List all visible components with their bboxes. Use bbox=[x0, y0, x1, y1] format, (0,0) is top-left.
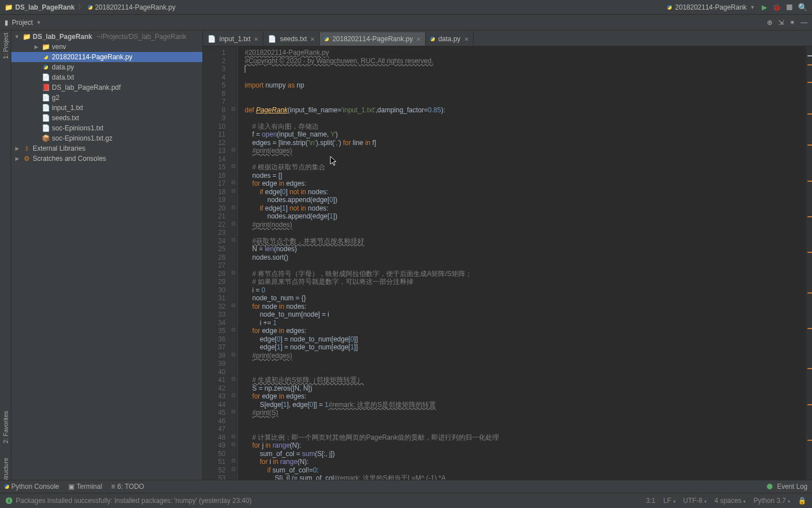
fold-marker-icon[interactable]: ⊟ bbox=[231, 392, 236, 398]
tool-favorites[interactable]: 2: Favorites bbox=[2, 411, 9, 443]
code-editor[interactable]: #2018202114-PageRank.py#Copyright © 2020… bbox=[238, 46, 805, 493]
txt-icon: 📄 bbox=[42, 104, 50, 112]
close-tab-icon[interactable]: ✕ bbox=[416, 36, 421, 42]
tree-root-path: ~/Projects/DS_lab_PageRank bbox=[96, 33, 186, 41]
txt-icon: 📄 bbox=[42, 124, 50, 132]
tool-todo[interactable]: ≡ 6: TODO bbox=[111, 483, 144, 491]
tool-terminal[interactable]: ▣ Terminal bbox=[68, 483, 102, 491]
breadcrumb-file[interactable]: 2018202114-PageRank.py bbox=[88, 3, 175, 11]
search-everywhere-button[interactable]: 🔍 bbox=[798, 3, 807, 12]
editor-tab[interactable]: 📄input_1.txt✕ bbox=[203, 32, 263, 46]
stop-button[interactable] bbox=[787, 5, 792, 10]
run-button[interactable]: ▶ bbox=[762, 3, 767, 11]
chevron-down-icon: ▾ bbox=[743, 499, 745, 504]
tree-root-label: DS_lab_PageRank bbox=[33, 33, 92, 41]
tree-item[interactable]: ▶📕DS_lab_PageRank.pdf bbox=[11, 82, 202, 93]
fold-marker-icon[interactable]: ⊟ bbox=[231, 147, 236, 152]
fold-marker-icon[interactable]: ⊟ bbox=[231, 376, 236, 382]
editor-tab[interactable]: 2018202114-PageRank.py✕ bbox=[320, 32, 426, 46]
breadcrumb-file-label: 2018202114-PageRank.py bbox=[95, 3, 175, 11]
fold-marker-icon[interactable]: ⊟ bbox=[231, 204, 236, 210]
file-encoding[interactable]: UTF-8 ▾ bbox=[683, 497, 707, 505]
settings-icon[interactable]: ✶ bbox=[789, 19, 795, 27]
tree-item[interactable]: ▶📄input_1.txt bbox=[11, 103, 202, 113]
tree-item[interactable]: ▶📦soc-Epinions1.txt.gz bbox=[11, 133, 202, 143]
expand-icon[interactable]: ▶ bbox=[14, 146, 20, 151]
close-tab-icon[interactable]: ✕ bbox=[254, 36, 258, 42]
fold-gutter[interactable]: ⊟⊟⊟⊟⊟⊟⊟⊟⊟⊟⊟⊟⊟⊟⊟⊟⊟⊟⊟ bbox=[230, 46, 238, 493]
close-tab-icon[interactable]: ✕ bbox=[310, 36, 315, 42]
debug-button[interactable]: 🐞 bbox=[773, 3, 781, 11]
python-interpreter[interactable]: Python 3.7 ▾ bbox=[753, 497, 790, 505]
project-tree[interactable]: ▼ 📁 DS_lab_PageRank ~/Projects/DS_lab_Pa… bbox=[11, 30, 203, 493]
expand-icon[interactable]: ▼ bbox=[14, 34, 20, 40]
fold-marker-icon[interactable]: ⊟ bbox=[231, 441, 236, 447]
tree-item[interactable]: ▶📄seeds.txt bbox=[11, 113, 202, 123]
fold-marker-icon[interactable]: ⊟ bbox=[231, 163, 236, 169]
project-pane-title[interactable]: ▮ Project ▼ bbox=[0, 19, 762, 27]
close-tab-icon[interactable]: ✕ bbox=[464, 36, 469, 42]
project-icon: ▮ bbox=[5, 19, 8, 27]
txt-icon: 📄 bbox=[42, 94, 50, 102]
tool-project[interactable]: 1: Project bbox=[2, 33, 9, 59]
project-pane-tools: ⊕ ⇲ ✶ — bbox=[762, 19, 812, 27]
fold-marker-icon[interactable]: ⊟ bbox=[231, 270, 236, 275]
project-pane-header: ▮ Project ▼ ⊕ ⇲ ✶ — bbox=[0, 15, 812, 30]
fold-marker-icon[interactable]: ⊟ bbox=[231, 352, 236, 357]
fold-marker-icon[interactable]: ⊟ bbox=[231, 188, 236, 194]
line-separator[interactable]: LF ▾ bbox=[663, 497, 675, 505]
tree-item[interactable]: ▶📄g2 bbox=[11, 93, 202, 103]
indent-settings[interactable]: 4 spaces ▾ bbox=[714, 497, 745, 505]
python-console-icon bbox=[5, 484, 9, 489]
tree-item[interactable]: ▶data.py bbox=[11, 62, 202, 72]
fold-marker-icon[interactable]: ⊟ bbox=[231, 237, 236, 243]
tree-item[interactable]: ▶📁venv bbox=[11, 42, 202, 52]
fold-marker-icon[interactable]: ⊟ bbox=[231, 409, 236, 414]
py-file-icon bbox=[324, 35, 329, 43]
tool-python-console[interactable]: Python Console bbox=[5, 483, 59, 491]
tree-item[interactable]: ▶📄data.txt bbox=[11, 72, 202, 82]
tree-item[interactable]: ▶📄soc-Epinions1.txt bbox=[11, 123, 202, 133]
line-number-gutter[interactable]: 1234567891011121314151617181920212223242… bbox=[203, 46, 230, 493]
terminal-icon: ▣ bbox=[68, 483, 74, 491]
tree-item-label: data.py bbox=[52, 63, 74, 71]
expand-icon[interactable]: ▶ bbox=[14, 156, 20, 161]
run-configuration-selector[interactable]: 2018202114-PageRank ▼ bbox=[667, 3, 755, 11]
status-message[interactable]: i Packages installed successfully: Insta… bbox=[6, 497, 646, 505]
fold-marker-icon[interactable]: ⊟ bbox=[231, 106, 236, 112]
fold-marker-icon[interactable]: ⊟ bbox=[231, 458, 236, 463]
tree-external-libraries[interactable]: ▶ ⫴ External Libraries bbox=[11, 143, 202, 154]
collapse-all-icon[interactable]: ⇲ bbox=[778, 19, 784, 27]
tool-event-log[interactable]: Event Log bbox=[767, 483, 807, 491]
hide-icon[interactable]: — bbox=[801, 19, 807, 27]
python-file-icon bbox=[88, 5, 92, 10]
tab-label: 2018202114-PageRank.py bbox=[332, 35, 413, 43]
cursor-position[interactable]: 3:1 bbox=[646, 497, 656, 505]
editor-tab[interactable]: 📄seeds.txt✕ bbox=[263, 32, 320, 46]
locate-icon[interactable]: ⊕ bbox=[767, 19, 773, 27]
tree-item-label: g2 bbox=[52, 94, 59, 102]
scratches-label: Scratches and Consoles bbox=[33, 155, 106, 163]
breadcrumb-root[interactable]: 📁 DS_lab_PageRank bbox=[5, 3, 74, 11]
tree-scratches[interactable]: ▶ ⚙ Scratches and Consoles bbox=[11, 154, 202, 164]
library-icon: ⫴ bbox=[23, 144, 30, 152]
py-icon bbox=[42, 63, 50, 71]
fold-marker-icon[interactable]: ⊟ bbox=[231, 466, 236, 472]
bottom-tool-stripe: Python Console ▣ Terminal ≡ 6: TODO Even… bbox=[0, 480, 812, 493]
expand-icon[interactable]: ▶ bbox=[33, 44, 39, 50]
tree-item[interactable]: ▶2018202114-PageRank.py bbox=[11, 52, 202, 62]
folder-icon: 📁 bbox=[5, 3, 13, 11]
fold-marker-icon[interactable]: ⊟ bbox=[231, 327, 236, 332]
fold-marker-icon[interactable]: ⊟ bbox=[231, 303, 236, 308]
toolbar-actions: ▶ 🐞 🔍 bbox=[762, 3, 807, 12]
tab-label: data.py bbox=[438, 35, 460, 43]
fold-marker-icon[interactable]: ⊟ bbox=[231, 221, 236, 226]
editor-tab[interactable]: data.py✕ bbox=[426, 32, 473, 46]
fold-marker-icon[interactable]: ⊟ bbox=[231, 433, 236, 439]
error-stripe[interactable] bbox=[805, 46, 812, 493]
tree-root[interactable]: ▼ 📁 DS_lab_PageRank ~/Projects/DS_lab_Pa… bbox=[11, 32, 202, 42]
python-icon bbox=[667, 5, 672, 10]
fold-marker-icon[interactable]: ⊟ bbox=[231, 179, 236, 185]
event-log-badge-icon bbox=[767, 484, 773, 489]
lock-icon[interactable]: 🔒 bbox=[798, 497, 806, 505]
